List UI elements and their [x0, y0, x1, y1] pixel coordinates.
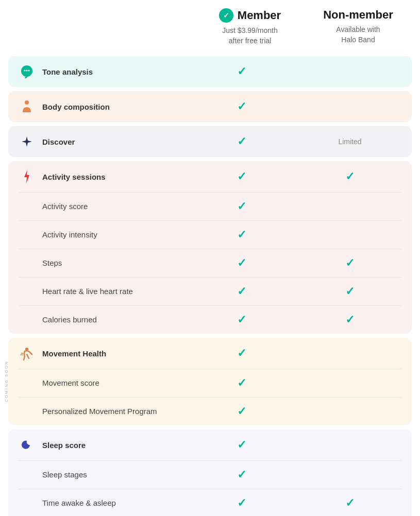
- heart-rate-label: Heart rate & live heart rate: [42, 287, 133, 296]
- tone-icon: [19, 63, 35, 80]
- nonmember-subtitle: Available with Halo Band: [307, 25, 410, 45]
- tone-analysis-row: Tone analysis ✓: [8, 56, 412, 87]
- body-composition-section: Body composition ✓: [8, 91, 412, 122]
- heart-rate-member: ✓: [185, 285, 298, 298]
- movement-section-wrapper: COMING SOON Movement Health: [0, 338, 420, 425]
- personalized-movement-row: Personalized Movement Program ✓: [8, 398, 412, 425]
- calories-burned-member: ✓: [185, 313, 298, 326]
- activity-icon: [19, 168, 35, 185]
- heart-rate-row: Heart rate & live heart rate ✓ ✓: [8, 278, 412, 305]
- movement-health-row: Movement Health ✓: [8, 338, 412, 369]
- tone-label-area: Tone analysis: [19, 63, 185, 80]
- heart-rate-nonmember: ✓: [298, 285, 401, 298]
- discover-section: Discover ✓ Limited: [8, 126, 412, 157]
- member-column-header: ✓ Member Just $3.99/month after free tri…: [193, 8, 307, 46]
- personalized-movement-label: Personalized Movement Program: [42, 407, 157, 416]
- steps-nonmember: ✓: [298, 256, 401, 270]
- time-awake-nonmember: ✓: [298, 496, 401, 510]
- svg-point-4: [25, 100, 29, 105]
- nonmember-column-header: Non-member Available with Halo Band: [307, 8, 410, 45]
- member-subtitle: Just $3.99/month after free trial: [193, 26, 307, 46]
- coming-soon-label: COMING SOON: [4, 361, 9, 403]
- sleep-section: Sleep score ✓ Sleep stages ✓ Time awake …: [8, 429, 412, 516]
- activity-score-label: Activity score: [42, 202, 88, 211]
- discover-label: Discover: [42, 137, 75, 146]
- member-label: Member: [238, 9, 281, 22]
- sleep-label-area: Sleep score: [19, 437, 185, 453]
- header: ✓ Member Just $3.99/month after free tri…: [0, 0, 420, 56]
- movement-health-member: ✓: [185, 347, 298, 360]
- calories-burned-row: Calories burned ✓ ✓: [8, 306, 412, 334]
- movement-score-member: ✓: [185, 376, 298, 390]
- sleep-score-row: Sleep score ✓: [8, 429, 412, 460]
- sleep-stages-member: ✓: [185, 468, 298, 481]
- activity-sessions-nonmember-check: ✓: [298, 170, 401, 183]
- activity-sessions-member-check: ✓: [185, 170, 298, 183]
- sleep-stages-label: Sleep stages: [42, 470, 87, 479]
- svg-marker-5: [24, 170, 29, 183]
- tone-member-check: ✓: [185, 65, 298, 78]
- discover-icon: [19, 133, 35, 150]
- svg-point-2: [26, 70, 28, 72]
- svg-point-1: [24, 70, 26, 72]
- member-check-icon: ✓: [219, 8, 233, 23]
- discover-row: Discover ✓ Limited: [8, 126, 412, 157]
- calories-burned-nonmember: ✓: [298, 313, 401, 326]
- svg-point-3: [28, 70, 30, 72]
- sleep-score-label: Sleep score: [42, 441, 86, 450]
- body-composition-label: Body composition: [42, 102, 110, 111]
- activity-score-member: ✓: [185, 200, 298, 213]
- activity-label-area: Activity sessions: [19, 168, 185, 185]
- body-member-check: ✓: [185, 100, 298, 113]
- tone-analysis-label: Tone analysis: [42, 67, 93, 76]
- tone-analysis-section: Tone analysis ✓: [8, 56, 412, 87]
- activity-sessions-row: Activity sessions ✓ ✓: [8, 161, 412, 192]
- steps-member: ✓: [185, 256, 298, 270]
- movement-label-area: Movement Health: [19, 345, 185, 362]
- activity-intensity-member: ✓: [185, 228, 298, 242]
- movement-icon: [19, 345, 35, 362]
- time-awake-label: Time awake & asleep: [42, 498, 116, 507]
- activity-section: Activity sessions ✓ ✓ Activity score ✓ A…: [8, 161, 412, 334]
- discover-member-check: ✓: [185, 135, 298, 148]
- body-icon: [19, 98, 35, 115]
- movement-section: Movement Health ✓ Movement score ✓ Perso…: [8, 338, 412, 425]
- body-composition-row: Body composition ✓: [8, 91, 412, 122]
- discover-label-area: Discover: [19, 133, 185, 150]
- sleep-stages-row: Sleep stages ✓: [8, 461, 412, 489]
- movement-score-row: Movement score ✓: [8, 369, 412, 397]
- time-awake-row: Time awake & asleep ✓ ✓: [8, 489, 412, 516]
- calories-burned-label: Calories burned: [42, 315, 97, 324]
- sleep-score-member: ✓: [185, 438, 298, 452]
- body-label-area: Body composition: [19, 98, 185, 115]
- movement-score-label: Movement score: [42, 379, 99, 387]
- activity-sessions-label: Activity sessions: [42, 173, 106, 181]
- steps-row: Steps ✓ ✓: [8, 249, 412, 277]
- personalized-movement-member: ✓: [185, 405, 298, 418]
- activity-score-row: Activity score ✓: [8, 193, 412, 220]
- steps-label: Steps: [42, 259, 62, 267]
- movement-health-label: Movement Health: [42, 349, 106, 358]
- activity-intensity-label: Activity intensity: [42, 230, 97, 239]
- activity-intensity-row: Activity intensity ✓: [8, 221, 412, 249]
- member-title: ✓ Member: [193, 8, 307, 23]
- nonmember-label: Non-member: [307, 8, 410, 22]
- sleep-icon: [19, 437, 35, 453]
- time-awake-member: ✓: [185, 496, 298, 510]
- discover-limited-text: Limited: [298, 137, 401, 146]
